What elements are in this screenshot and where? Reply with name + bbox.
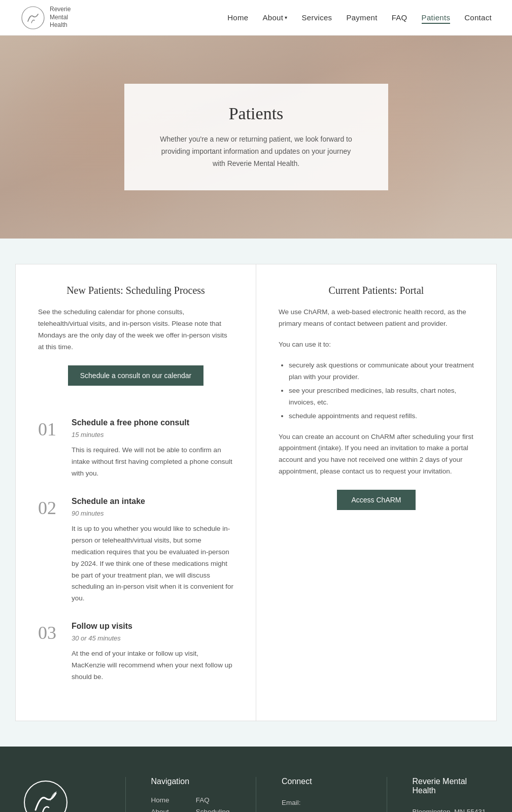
- step-1-desc: This is required. We will not be able to…: [72, 445, 233, 480]
- nav-contact[interactable]: Contact: [464, 13, 492, 22]
- two-column-layout: New Patients: Scheduling Process See the…: [15, 264, 497, 721]
- footer-logo-icon: [20, 777, 71, 812]
- main-content: New Patients: Scheduling Process See the…: [0, 239, 512, 747]
- footer-address: Bloomington, MN 55431: [413, 805, 492, 812]
- nav-services[interactable]: Services: [301, 13, 332, 22]
- hero-section: Patients Whether you're a new or returni…: [0, 36, 512, 239]
- footer-info-title: Reverie Mental Health: [413, 777, 492, 795]
- nav-home[interactable]: Home: [227, 13, 248, 22]
- footer-nav-faq[interactable]: FAQ: [196, 796, 230, 804]
- footer-logo-column: [20, 777, 100, 812]
- hero-overlay: Patients Whether you're a new or returni…: [124, 84, 388, 190]
- current-patients-column: Current Patients: Portal We use ChARM, a…: [256, 264, 496, 721]
- svg-point-0: [22, 7, 44, 29]
- footer-email: Email: admin@reveriemh.com: [282, 796, 361, 812]
- step-3-duration: 30 or 45 minutes: [72, 633, 233, 644]
- new-patients-column: New Patients: Scheduling Process See the…: [16, 264, 256, 721]
- step-3: 03 Follow up visits 30 or 45 minutes At …: [38, 622, 233, 683]
- portal-uses-list: securely ask questions or communicate ab…: [279, 360, 474, 422]
- step-3-content: Follow up visits 30 or 45 minutes At the…: [72, 622, 233, 683]
- footer-divider-2: [256, 777, 256, 812]
- step-1-duration: 15 minutes: [72, 429, 233, 441]
- new-patients-intro: See the scheduling calendar for phone co…: [38, 307, 233, 353]
- step-2-duration: 90 minutes: [72, 508, 233, 519]
- step-2-content: Schedule an intake 90 minutes It is up t…: [72, 497, 233, 605]
- footer-nav-home[interactable]: Home: [151, 796, 186, 804]
- footer-nav-scheduling[interactable]: Scheduling: [196, 808, 230, 812]
- nav-payment[interactable]: Payment: [346, 13, 377, 22]
- nav-faq[interactable]: FAQ: [392, 13, 407, 22]
- chevron-down-icon: ▾: [285, 15, 287, 20]
- access-charm-button[interactable]: Access ChARM: [337, 490, 415, 510]
- step-2-number: 02: [38, 497, 62, 605]
- navigation: Reverie Mental Health Home About ▾ Servi…: [0, 0, 512, 36]
- step-3-desc: At the end of your intake or follow up v…: [72, 648, 233, 683]
- step-2-title: Schedule an intake: [72, 497, 233, 506]
- current-patients-title: Current Patients: Portal: [279, 285, 474, 296]
- schedule-consult-button[interactable]: Schedule a consult on our calendar: [68, 365, 203, 386]
- footer-grid: Navigation Home FAQ About Scheduling Ser…: [20, 777, 492, 812]
- logo-icon: [20, 5, 46, 30]
- footer-divider-1: [125, 777, 126, 812]
- footer-connect-column: Connect Email: admin@reveriemh.com Phone…: [282, 777, 361, 812]
- step-1-number: 01: [38, 418, 62, 480]
- portal-use-label: You can use it to:: [279, 339, 474, 351]
- nav-patients[interactable]: Patients: [422, 13, 451, 24]
- nav-links: Home About ▾ Services Payment FAQ Patien…: [227, 13, 492, 22]
- footer-nav-title: Navigation: [151, 777, 231, 786]
- step-2: 02 Schedule an intake 90 minutes It is u…: [38, 497, 233, 605]
- nav-about[interactable]: About ▾: [262, 13, 287, 22]
- footer: Navigation Home FAQ About Scheduling Ser…: [0, 747, 512, 812]
- footer-divider-3: [387, 777, 387, 812]
- step-3-number: 03: [38, 622, 62, 683]
- logo[interactable]: Reverie Mental Health: [20, 5, 71, 30]
- logo-text: Reverie Mental Health: [50, 6, 71, 29]
- footer-info-column: Reverie Mental Health Bloomington, MN 55…: [413, 777, 492, 812]
- step-3-title: Follow up visits: [72, 622, 233, 631]
- new-patients-title: New Patients: Scheduling Process: [38, 285, 233, 296]
- step-1: 01 Schedule a free phone consult 15 minu…: [38, 418, 233, 480]
- step-1-content: Schedule a free phone consult 15 minutes…: [72, 418, 233, 480]
- step-1-title: Schedule a free phone consult: [72, 418, 233, 427]
- portal-use-2: see your prescribed medicines, lab resul…: [289, 385, 474, 409]
- footer-connect-title: Connect: [282, 777, 361, 786]
- footer-nav-column: Navigation Home FAQ About Scheduling Ser…: [151, 777, 231, 812]
- footer-nav-about[interactable]: About: [151, 808, 186, 812]
- portal-use-3: schedule appointments and request refill…: [289, 411, 474, 422]
- step-2-desc: It is up to you whether you would like t…: [72, 523, 233, 605]
- footer-nav-grid: Home FAQ About Scheduling Services Patie…: [151, 796, 231, 812]
- portal-use-1: securely ask questions or communicate ab…: [289, 360, 474, 383]
- portal-cta-description: You can create an account on ChARM after…: [279, 431, 474, 478]
- portal-intro: We use ChARM, a web-based electronic hea…: [279, 307, 474, 330]
- page-title: Patients: [155, 104, 358, 123]
- hero-description: Whether you're a new or returning patien…: [155, 133, 358, 170]
